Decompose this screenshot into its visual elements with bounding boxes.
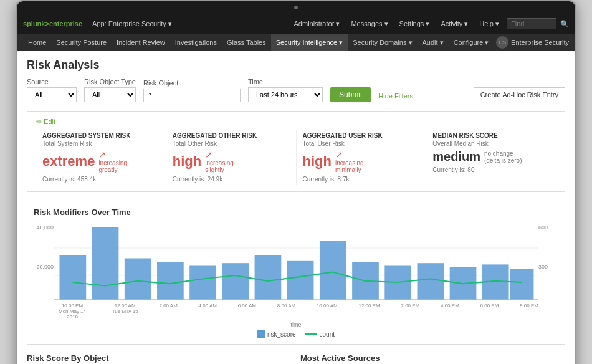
- risk-value-other: high: [173, 153, 201, 170]
- risk-card-median-body: medium no change(delta is zero): [432, 150, 550, 164]
- nav-settings[interactable]: Settings ▾: [396, 17, 434, 31]
- enterprise-label: Enterprise Security: [511, 39, 569, 46]
- filters-row: Source All Risk Object Type All Risk Obj…: [27, 78, 565, 102]
- nav-glass-tables[interactable]: Glass Tables: [222, 34, 271, 51]
- adhoc-button[interactable]: Create Ad-Hoc Risk Entry: [474, 87, 565, 102]
- filter-time-select[interactable]: Last 24 hours: [248, 87, 323, 102]
- chart-title: Risk Modifiers Over Time: [34, 208, 558, 217]
- svg-rect-8: [189, 266, 216, 300]
- x-label-8: 12:00 PM: [358, 303, 380, 309]
- bottom-section: Risk Score By Object risk_object ⇅ risk_…: [27, 353, 565, 364]
- svg-rect-7: [157, 262, 184, 300]
- nav-security-intelligence[interactable]: Security Intelligence ▾: [271, 34, 348, 51]
- trend-arrow-user: ↗: [335, 150, 343, 160]
- risk-card-system-body: extreme ↗ increasinggreatly: [42, 150, 160, 173]
- camera-dot: [294, 6, 298, 9]
- svg-rect-15: [418, 263, 444, 299]
- filter-source-select[interactable]: All: [27, 87, 77, 102]
- x-label-11: 6:00 PM: [480, 303, 499, 309]
- nav-activity[interactable]: Activity ▾: [437, 17, 472, 31]
- x-label-4: 4:00 AM: [199, 303, 217, 309]
- es-icon: ES: [496, 36, 508, 49]
- trend-label-user: increasingminimally: [335, 160, 364, 173]
- x-label-7: 10:00 AM: [317, 303, 338, 309]
- filter-rot-label: Risk Object Type: [84, 78, 136, 85]
- svg-rect-10: [255, 255, 282, 300]
- risk-card-median-subtitle: Overall Median Risk: [432, 140, 550, 147]
- device-frame: splunk>enterprise App: Enterprise Securi…: [16, 0, 576, 364]
- nav-second: Home Security Posture Incident Review In…: [17, 34, 575, 51]
- risk-currently-other: Currently is: 24.9k: [173, 176, 290, 183]
- enterprise-badge: ES Enterprise Security: [496, 36, 569, 49]
- nav-audit[interactable]: Audit ▾: [418, 34, 449, 51]
- x-label-3: 2:00 AM: [159, 303, 177, 309]
- legend-label-count: count: [320, 331, 335, 338]
- risk-value-system: extreme: [42, 153, 95, 170]
- filter-risk-object: Risk Object: [143, 79, 241, 102]
- edit-link[interactable]: ✏ Edit: [36, 118, 556, 126]
- svg-rect-5: [92, 228, 119, 300]
- page-title: Risk Analysis: [27, 59, 565, 72]
- risk-score-table-section: Risk Score By Object risk_object ⇅ risk_…: [27, 353, 292, 364]
- risk-currently-median: Currently is: 80: [432, 166, 550, 173]
- risk-card-system-subtitle: Total System Risk: [42, 140, 160, 147]
- y-right-600: 600: [538, 224, 548, 231]
- main-content: Risk Analysis Source All Risk Object Typ…: [17, 51, 575, 364]
- y-left-40k: 40,000: [36, 224, 54, 231]
- risk-trend-other: ↗ increasingslightly: [205, 150, 234, 173]
- risk-card-median: MEDIAN RISK SCORE Overall Median Risk me…: [426, 130, 556, 185]
- splunk-logo: splunk>enterprise: [23, 20, 82, 27]
- legend-risk-score: risk_score: [257, 330, 296, 338]
- risk-card-system: AGGREGATED SYSTEM RISK Total System Risk…: [36, 130, 166, 185]
- risk-card-user: AGGREGATED USER RISK Total User Risk hig…: [297, 130, 427, 185]
- hide-filters-link[interactable]: Hide Filters: [378, 90, 413, 102]
- legend-label-risk: risk_score: [267, 331, 296, 338]
- risk-trend-user: ↗ increasingminimally: [335, 150, 364, 173]
- filter-ro-input[interactable]: [143, 89, 241, 102]
- risk-card-system-title: AGGREGATED SYSTEM RISK: [42, 132, 160, 139]
- risk-score-table-title: Risk Score By Object: [27, 353, 292, 363]
- risk-cards: AGGREGATED SYSTEM RISK Total System Risk…: [36, 130, 556, 185]
- nav-configure[interactable]: Configure ▾: [449, 34, 494, 51]
- legend-line-count: [305, 333, 317, 335]
- filter-risk-object-type: Risk Object Type All: [84, 78, 136, 102]
- nav-admin[interactable]: Administrator ▾: [290, 17, 344, 31]
- trend-arrow-system: ↗: [98, 150, 106, 160]
- y-axis-right: 600 300: [538, 224, 558, 303]
- x-label-9: 2:00 PM: [401, 303, 419, 309]
- top-bar: [17, 1, 575, 14]
- nav-messages[interactable]: Messages ▾: [347, 17, 391, 31]
- x-label-6: 8:00 AM: [277, 303, 295, 309]
- nav-home[interactable]: Home: [23, 34, 51, 51]
- legend-count: count: [305, 330, 335, 338]
- chart-section: Risk Modifiers Over Time 40,000 20,000 6…: [27, 201, 565, 345]
- risk-currently-user: Currently is: 8.7k: [303, 176, 420, 183]
- nav-app[interactable]: App: Enterprise Security ▾: [88, 17, 176, 31]
- filter-source-label: Source: [27, 78, 77, 85]
- filter-time-label: Time: [248, 78, 323, 85]
- filter-rot-select[interactable]: All: [84, 87, 136, 102]
- nav-top: splunk>enterprise App: Enterprise Securi…: [17, 14, 575, 34]
- nav-security-posture[interactable]: Security Posture: [51, 34, 112, 51]
- risk-card-user-title: AGGREGATED USER RISK: [303, 132, 420, 139]
- x-label-12: 8:00 PM: [520, 303, 538, 309]
- submit-button[interactable]: Submit: [330, 87, 371, 102]
- risk-value-user: high: [303, 153, 332, 170]
- x-axis-title: time: [34, 322, 558, 328]
- y-left-20k: 20,000: [36, 264, 54, 270]
- filter-source: Source All: [27, 78, 77, 102]
- x-label-2: 12:00 AMTue May 15: [112, 303, 138, 314]
- y-right-300: 300: [538, 264, 548, 270]
- nav-investigations[interactable]: Investigations: [170, 34, 222, 51]
- nav-security-domains[interactable]: Security Domains ▾: [348, 34, 417, 51]
- risk-card-median-title: MEDIAN RISK SCORE: [432, 132, 550, 139]
- chart-wrapper: 40,000 20,000 600 300: [34, 221, 558, 320]
- search-input[interactable]: [507, 18, 556, 29]
- trend-arrow-other: ↗: [205, 150, 212, 160]
- nav-help[interactable]: Help ▾: [475, 17, 503, 31]
- x-label-1: 10:00 PMMon May 142018: [54, 303, 91, 320]
- risk-currently-system: Currently is: 458.4k: [42, 176, 160, 183]
- risk-card-other-subtitle: Total Other Risk: [173, 140, 290, 147]
- nav-incident-review[interactable]: Incident Review: [112, 34, 170, 51]
- x-axis-labels: 10:00 PMMon May 142018 12:00 AMTue May 1…: [54, 303, 538, 320]
